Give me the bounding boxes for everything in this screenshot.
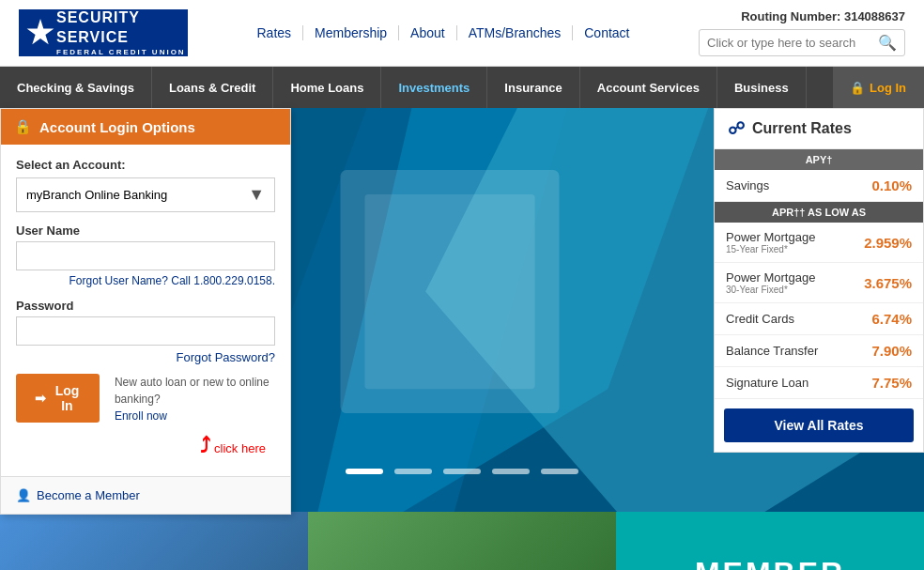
login-panel-title: Account Login Options [39,119,195,135]
logo-star-icon [26,19,54,47]
balance-transfer-rate-row: Balance Transfer 7.90% [715,335,923,367]
credit-cards-label: Credit Cards [726,312,794,326]
thumbnail-house[interactable] [0,512,308,570]
mortgage30-rate-row: Power Mortgage 30-Year Fixed* 3.675% [715,263,923,303]
login-row: ➡ Log In New auto loan or new to online … [16,374,275,424]
enroll-now-link[interactable]: Enroll now [115,409,167,423]
main-navigation: Checking & Savings Loans & Credit Home L… [0,67,924,108]
forgot-password-link[interactable]: Forgot Password? [177,350,276,364]
mortgage15-rate-row: Power Mortgage 15-Year Fixed* 2.959% [715,223,923,263]
enroll-text: New auto loan or new to online banking? … [115,374,275,424]
logo-area: SECURITY SERVICE FEDERAL CREDIT UNION [19,9,188,56]
dot-3[interactable] [443,469,481,474]
mainnav-checking[interactable]: Checking & Savings [0,67,152,108]
balance-transfer-rate: 7.90% [871,343,912,359]
view-all-rates-button[interactable]: View All Rates [724,408,914,442]
login-panel-body: Select an Account: myBranch Online Banki… [1,145,290,476]
nav-rates[interactable]: Rates [246,25,304,40]
rates-header: ☍ Current Rates [715,109,923,149]
mainnav-account-services[interactable]: Account Services [580,67,717,108]
mortgage30-sub: 30-Year Fixed* [726,285,815,295]
top-navigation: Rates Membership About ATMs/Branches Con… [246,25,641,40]
username-label: User Name [16,223,275,238]
mainnav-home-loans[interactable]: Home Loans [273,67,381,108]
mainnav-login[interactable]: 🔒 Log In [833,67,924,108]
click-here-label: click here [214,441,266,455]
login-panel-header: 🔒 Account Login Options [1,109,290,145]
login-arrow-icon: ➡ [35,391,46,406]
password-input[interactable] [16,316,275,346]
nav-contact[interactable]: Contact [573,25,640,40]
logo-text: SECURITY SERVICE FEDERAL CREDIT UNION [56,8,188,57]
savings-rate: 0.10% [871,177,912,193]
become-member-link[interactable]: 👤 Become a Member [16,488,275,502]
select-account-label: Select an Account: [16,158,275,172]
routing-number: Routing Number: 314088637 [741,9,905,23]
signature-loan-rate: 7.75% [871,375,912,391]
search-box[interactable]: 🔍 [699,29,905,56]
login-panel: 🔒 Account Login Options Select an Accoun… [0,108,291,515]
thumbnail-member[interactable]: MEMBER [616,512,924,570]
credit-cards-rate: 6.74% [871,311,912,327]
click-here-area: ⤴ click here [16,434,275,463]
person-icon: 👤 [16,488,31,502]
username-input[interactable] [16,241,275,270]
svg-rect-6 [364,194,534,389]
mainnav-loans[interactable]: Loans & Credit [152,67,273,108]
top-bar: SECURITY SERVICE FEDERAL CREDIT UNION Ra… [0,0,924,67]
password-label: Password [16,299,275,313]
mainnav-business[interactable]: Business [717,67,807,108]
account-select-value: myBranch Online Banking [26,188,167,202]
savings-rate-row: Savings 0.10% [715,170,923,202]
content-area: 🔒 Account Login Options Select an Accoun… [0,108,924,512]
bottom-thumbnails: MEMBER [0,512,924,570]
forgot-username-link: Forgot User Name? Call 1.800.229.0158. [16,274,275,287]
search-input[interactable] [707,36,878,50]
lock-icon-header: 🔒 [14,118,32,135]
mortgage30-label: Power Mortgage [726,270,815,285]
nav-about[interactable]: About [399,25,457,40]
bar-chart-icon: ☍ [728,118,745,139]
dot-1[interactable] [346,469,383,474]
dot-4[interactable] [492,469,530,474]
logo[interactable]: SECURITY SERVICE FEDERAL CREDIT UNION [19,9,188,56]
member-text: MEMBER [695,556,845,571]
chevron-down-icon: ▼ [248,185,265,205]
lock-icon: 🔒 [850,81,865,95]
savings-label: Savings [726,178,769,193]
mortgage15-rate: 2.959% [864,235,912,251]
balance-transfer-label: Balance Transfer [726,344,818,358]
apr-header: APR†† AS LOW AS [715,202,923,223]
signature-loan-label: Signature Loan [726,376,808,390]
apy-header: APY† [715,149,923,170]
login-button[interactable]: ➡ Log In [16,374,100,423]
forgot-username-anchor[interactable]: Forgot User Name? Call 1.800.229.0158. [69,274,275,287]
slide-dots [346,469,578,474]
nav-atms[interactable]: ATMs/Branches [457,25,574,40]
search-icon[interactable]: 🔍 [878,34,897,52]
rates-title: Current Rates [752,120,852,137]
rates-table: APY† Savings 0.10% APR†† AS LOW AS Power… [715,149,923,399]
credit-cards-rate-row: Credit Cards 6.74% [715,303,923,335]
signature-loan-rate-row: Signature Loan 7.75% [715,367,923,399]
mortgage15-label: Power Mortgage [726,230,815,244]
nav-membership[interactable]: Membership [303,25,399,40]
mainnav-investments[interactable]: Investments [381,67,487,108]
login-panel-footer: 👤 Become a Member [1,476,290,514]
mortgage30-rate: 3.675% [864,275,912,291]
rates-panel: ☍ Current Rates APY† Savings 0.10% APR††… [714,108,924,453]
account-select-dropdown[interactable]: myBranch Online Banking ▼ [16,177,275,212]
top-right: Routing Number: 314088637 🔍 [699,9,905,56]
thumbnail-people[interactable] [308,512,616,570]
arrow-right-icon: ⤴ [200,434,210,457]
mainnav-insurance[interactable]: Insurance [487,67,579,108]
dot-5[interactable] [541,469,578,474]
mortgage15-sub: 15-Year Fixed* [726,244,815,254]
dot-2[interactable] [394,469,432,474]
